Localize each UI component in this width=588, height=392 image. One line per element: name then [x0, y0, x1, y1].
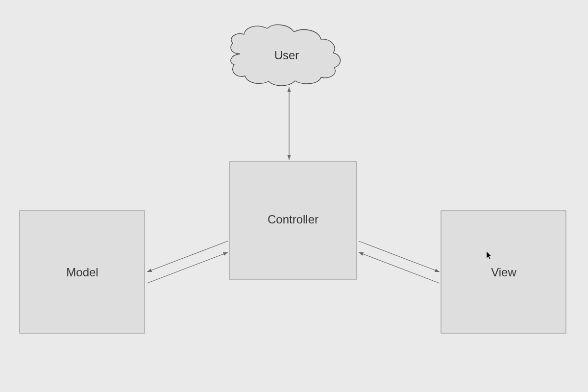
- controller-node: Controller: [229, 162, 357, 279]
- arrow-view-to-controller: [359, 252, 440, 283]
- view-node: View: [441, 211, 566, 333]
- arrow-model-to-controller: [147, 252, 228, 283]
- arrow-controller-to-view: [359, 241, 440, 272]
- user-label: User: [274, 49, 299, 62]
- controller-label: Controller: [268, 213, 318, 226]
- mvc-diagram: User Controller Model View: [0, 0, 588, 392]
- user-node: User: [231, 25, 341, 86]
- view-label: View: [491, 266, 516, 279]
- arrow-controller-to-model: [147, 241, 228, 272]
- model-label: Model: [66, 266, 98, 279]
- model-node: Model: [20, 211, 145, 333]
